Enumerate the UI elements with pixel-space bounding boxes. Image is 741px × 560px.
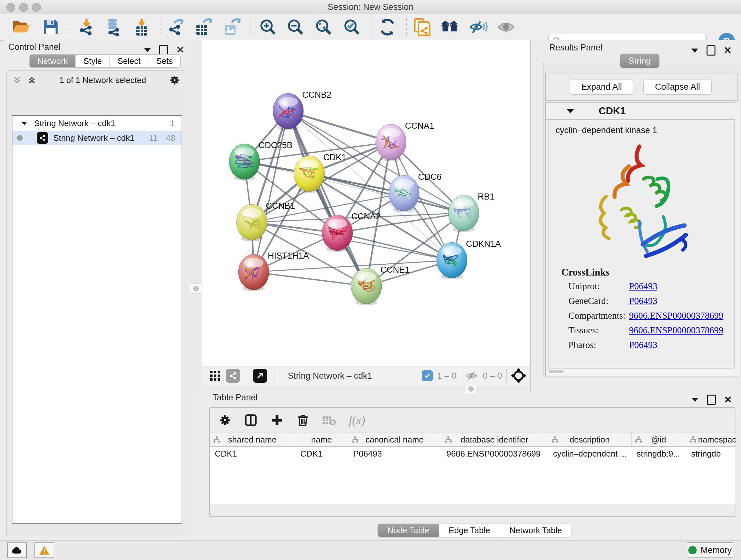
string-results-card: Expand All Collapse All CDK1 cyclin–depe… — [543, 62, 740, 377]
expand-all-button[interactable]: Expand All — [570, 79, 633, 95]
open-session-button[interactable] — [11, 17, 32, 37]
table-cell[interactable]: cyclin–dependent ... — [548, 447, 631, 461]
tab-node-table[interactable]: Node Table — [378, 524, 439, 537]
birdseye-navigator-icon[interactable] — [511, 368, 526, 383]
collection-count: 1 — [170, 118, 175, 128]
save-session-button[interactable] — [40, 17, 61, 37]
panel-float-icon[interactable] — [707, 395, 716, 405]
network-options-gear-icon[interactable] — [169, 74, 180, 86]
panel-close-icon[interactable]: ✕ — [724, 46, 732, 55]
hide-selected-button[interactable] — [468, 17, 489, 37]
crosslink-value[interactable]: P06493 — [629, 296, 657, 306]
export-network-icon — [166, 18, 185, 37]
memory-button[interactable]: Memory — [687, 542, 733, 558]
table-settings-gear-icon[interactable] — [219, 414, 231, 427]
status-bar: Memory — [0, 540, 741, 560]
function-builder-fx[interactable]: f(x) — [349, 414, 365, 427]
network-view-mode-button[interactable] — [226, 369, 240, 383]
bottom-splitter[interactable] — [202, 384, 530, 393]
selected-checkbox-icon[interactable] — [422, 370, 433, 381]
delete-table-icon[interactable] — [322, 415, 336, 426]
import-network-database-button[interactable] — [103, 17, 124, 37]
network-collection-row[interactable]: String Network – cdk1 1 — [12, 116, 182, 131]
panel-close-icon[interactable]: ✕ — [724, 395, 732, 405]
import-network-file-button[interactable] — [76, 17, 97, 37]
entry-expand-caret[interactable] — [567, 109, 574, 113]
crosslink-value[interactable]: 9606.ENSP00000378699 — [629, 325, 724, 335]
copy-network-button[interactable] — [412, 17, 433, 37]
results-vertical-scrollbar[interactable] — [735, 103, 739, 376]
tab-network[interactable]: Network — [30, 55, 76, 67]
network-row-selected[interactable]: String Network – cdk1 11 48 — [12, 131, 182, 145]
detach-view-button[interactable] — [253, 369, 267, 383]
add-column-plus-icon[interactable] — [270, 414, 284, 427]
column-header-namespace[interactable]: namespace — [686, 433, 736, 446]
zoom-out-icon — [286, 18, 305, 36]
cloud-status-button[interactable] — [7, 543, 27, 558]
cloud-icon — [11, 546, 23, 555]
show-all-button[interactable] — [495, 17, 517, 37]
export-image-icon — [222, 18, 241, 37]
table-cell[interactable]: 9606.ENSP00000378699 — [441, 447, 548, 461]
table-cell[interactable]: stringdb:9... — [631, 447, 686, 461]
column-header-canonical-name[interactable]: canonical name — [348, 433, 441, 446]
expand-all-chevrons-icon[interactable] — [12, 75, 22, 85]
tab-network-table[interactable]: Network Table — [500, 524, 571, 537]
zoom-selected-button[interactable] — [341, 17, 362, 37]
tab-sets[interactable]: Sets — [148, 55, 180, 67]
table-cell[interactable]: CDK1 — [210, 447, 295, 461]
panel-float-icon[interactable] — [706, 45, 716, 56]
delete-column-trash-icon[interactable] — [296, 414, 309, 427]
left-splitter[interactable] — [189, 40, 202, 393]
collapse-all-chevrons-icon[interactable] — [27, 75, 37, 85]
zoom-fit-button[interactable] — [313, 17, 334, 37]
network-canvas[interactable]: CCNB2CCNA1CDC25BCDK1CDC6RB1CCNB1CCNA2CDK… — [202, 40, 530, 367]
network-type-icon — [37, 132, 48, 144]
node-table: shared namenamecanonical namedatabase id… — [210, 433, 736, 504]
panel-menu-icon[interactable] — [691, 398, 698, 402]
panel-menu-icon[interactable] — [144, 48, 151, 52]
refresh-button[interactable] — [377, 17, 398, 37]
crosslink-value[interactable]: P06493 — [629, 281, 657, 292]
export-table-button[interactable] — [193, 17, 214, 37]
warning-status-button[interactable] — [35, 543, 54, 558]
control-panel-title: Control Panel — [8, 42, 61, 52]
string-network-graph[interactable]: CCNB2CCNA1CDC25BCDK1CDC6RB1CCNB1CCNA2CDK… — [202, 40, 530, 367]
export-image-button[interactable] — [221, 17, 242, 37]
import-table-file-button[interactable] — [131, 17, 152, 37]
results-panel: Results Panel ✕ Expand All Collapse All … — [530, 40, 741, 393]
apply-layout-button[interactable] — [440, 17, 461, 37]
tab-style[interactable]: Style — [76, 55, 110, 67]
tab-edge-table[interactable]: Edge Table — [439, 524, 500, 537]
crosslink-value[interactable]: P06493 — [629, 340, 657, 350]
panel-close-icon[interactable]: ✕ — [177, 45, 185, 55]
column-header-name[interactable]: name — [295, 433, 348, 446]
left-splitter-handle[interactable] — [191, 284, 201, 294]
results-tab-string[interactable]: String — [620, 54, 659, 68]
export-network-button[interactable] — [165, 17, 186, 37]
table-cell[interactable]: P06493 — [348, 447, 441, 461]
collapse-all-button[interactable]: Collapse All — [643, 79, 712, 95]
column-header--id[interactable]: @id — [631, 433, 686, 446]
tab-select[interactable]: Select — [110, 55, 148, 67]
import-table-icon — [132, 18, 151, 37]
table-cell[interactable]: stringdb — [686, 447, 736, 461]
toggle-columns-icon[interactable] — [244, 414, 258, 427]
column-header-shared-name[interactable]: shared name — [210, 433, 295, 446]
grid-view-button[interactable] — [208, 369, 222, 383]
zoom-fit-icon — [315, 18, 333, 36]
window-title: Session: New Session — [0, 2, 741, 12]
column-header-description[interactable]: description — [548, 433, 631, 446]
panel-float-icon[interactable] — [159, 45, 168, 55]
panel-menu-icon[interactable] — [691, 49, 698, 53]
entry-horizontal-scrollbar[interactable] — [548, 368, 734, 374]
collection-expand-caret[interactable] — [21, 122, 27, 125]
column-header-database-identifier[interactable]: database identifier — [441, 433, 548, 446]
crosslink-value[interactable]: 9606.ENSP00000378699 — [629, 310, 724, 321]
cdk1-entry-header[interactable]: CDK1 — [546, 103, 737, 120]
table-cell[interactable]: CDK1 — [295, 447, 348, 461]
current-network-name: String Network – cdk1 — [288, 371, 372, 381]
zoom-in-button[interactable] — [258, 17, 279, 37]
table-row[interactable]: CDK1CDK1P064939606.ENSP00000378699cyclin… — [210, 447, 736, 461]
zoom-out-button[interactable] — [285, 17, 306, 37]
